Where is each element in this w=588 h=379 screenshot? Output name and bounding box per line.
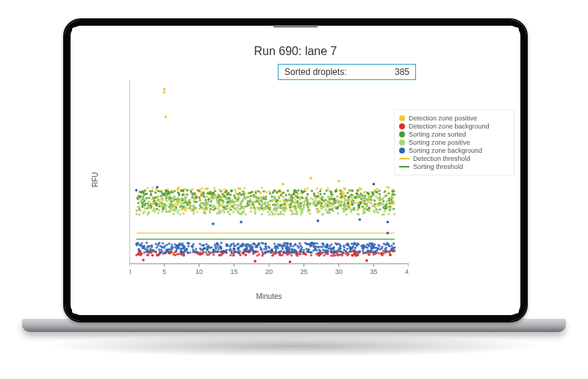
svg-point-1543 (324, 203, 326, 205)
svg-point-1120 (237, 206, 239, 209)
svg-point-914 (301, 197, 304, 199)
svg-point-2070 (271, 248, 273, 250)
svg-point-508 (220, 254, 222, 256)
svg-point-2011 (337, 251, 339, 253)
svg-point-1197 (315, 197, 317, 199)
svg-point-1544 (242, 199, 244, 201)
svg-point-1019 (269, 192, 271, 195)
svg-point-1517 (363, 198, 365, 201)
svg-point-1651 (168, 242, 171, 245)
svg-point-1370 (324, 209, 326, 211)
svg-point-1663 (189, 251, 191, 253)
svg-point-693 (250, 195, 252, 197)
svg-point-263 (219, 209, 221, 211)
svg-point-1419 (196, 201, 198, 203)
svg-point-1081 (155, 204, 157, 206)
svg-point-1574 (253, 201, 255, 203)
svg-point-2082 (247, 243, 249, 245)
svg-point-1132 (229, 213, 231, 215)
svg-point-1510 (284, 203, 287, 206)
svg-point-2014 (273, 242, 276, 245)
svg-point-1293 (316, 204, 318, 206)
svg-point-1975 (216, 242, 218, 245)
svg-point-1365 (174, 205, 176, 207)
svg-point-1907 (318, 245, 320, 248)
svg-point-1660 (230, 250, 232, 253)
svg-point-1475 (282, 213, 284, 215)
svg-point-1150 (145, 198, 147, 201)
svg-point-1375 (232, 201, 234, 203)
svg-point-1501 (294, 195, 296, 198)
svg-point-1701 (294, 244, 296, 246)
svg-point-1312 (169, 207, 171, 209)
svg-point-528 (178, 253, 180, 255)
svg-point-658 (225, 190, 227, 192)
svg-point-2123 (207, 248, 209, 250)
svg-point-1512 (140, 201, 143, 203)
svg-point-1548 (212, 206, 215, 208)
svg-point-1870 (338, 243, 340, 245)
svg-point-1153 (195, 207, 197, 209)
svg-point-1597 (376, 209, 378, 211)
svg-point-813 (356, 190, 359, 192)
svg-point-2093 (267, 251, 269, 253)
svg-point-1688 (282, 250, 284, 253)
svg-point-1898 (215, 248, 217, 250)
y-axis-label: RFU (90, 80, 100, 278)
svg-point-1204 (153, 207, 155, 209)
svg-point-1009 (288, 193, 290, 195)
svg-point-1948 (158, 242, 160, 244)
svg-point-1345 (223, 211, 226, 213)
svg-point-2074 (234, 251, 237, 253)
legend-label: Detection zone positive (409, 115, 477, 122)
legend-item: Detection threshold (399, 155, 509, 162)
svg-point-578 (334, 254, 337, 256)
svg-point-1205 (228, 199, 230, 201)
svg-point-1420 (185, 207, 187, 209)
svg-point-1494 (234, 206, 236, 209)
svg-point-2126 (135, 189, 138, 192)
svg-point-615 (160, 195, 162, 197)
svg-point-1306 (321, 214, 323, 216)
svg-point-1100 (227, 192, 229, 194)
svg-point-2033 (274, 245, 276, 248)
svg-point-1534 (240, 207, 243, 209)
svg-point-794 (220, 190, 222, 192)
svg-point-1280 (292, 205, 294, 207)
svg-point-1971 (320, 245, 322, 248)
svg-point-1085 (242, 190, 244, 192)
svg-point-334 (316, 187, 318, 190)
svg-point-1431 (268, 214, 270, 216)
svg-point-1149 (343, 203, 345, 205)
laptop-screen: Run 690: lane 7 Sorted droplets: 385 Det… (63, 18, 528, 322)
svg-point-2133 (387, 221, 390, 224)
svg-point-807 (373, 199, 376, 201)
svg-point-1508 (275, 207, 277, 209)
svg-point-1916 (141, 245, 143, 247)
svg-point-1998 (212, 249, 215, 251)
svg-point-275 (243, 187, 245, 189)
svg-point-1368 (282, 203, 284, 206)
svg-point-424 (229, 254, 232, 256)
svg-point-681 (149, 190, 151, 192)
svg-point-2059 (334, 251, 336, 253)
svg-point-1984 (279, 250, 281, 253)
legend: Detection zone positiveDetection zone ba… (394, 109, 514, 176)
svg-point-2101 (163, 247, 165, 249)
svg-point-1289 (237, 200, 240, 202)
svg-point-1295 (332, 210, 334, 212)
svg-point-540 (381, 252, 383, 254)
svg-point-604 (289, 261, 292, 264)
svg-point-1954 (159, 251, 162, 253)
svg-point-1981 (174, 243, 176, 245)
svg-point-2012 (244, 244, 246, 246)
svg-point-1404 (182, 203, 184, 205)
legend-item: Detection zone background (399, 123, 509, 130)
svg-point-1738 (299, 245, 301, 247)
svg-point-1581 (263, 206, 265, 209)
svg-point-591 (212, 253, 215, 256)
svg-point-1813 (321, 242, 323, 245)
svg-text:15: 15 (230, 268, 237, 275)
svg-text:30: 30 (335, 268, 343, 275)
svg-point-1374 (318, 201, 320, 203)
